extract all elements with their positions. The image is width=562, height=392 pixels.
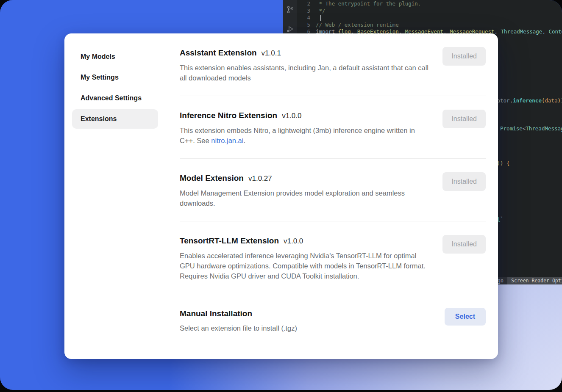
- extension-version: v1.0.27: [248, 174, 272, 182]
- extension-row: Inference Nitro Extensionv1.0.0This exte…: [180, 96, 486, 159]
- sidebar-item-advanced-settings[interactable]: Advanced Settings: [72, 88, 158, 108]
- extension-version: v1.0.1: [262, 49, 281, 57]
- extension-title: Assistant Extensionv1.0.1: [180, 47, 431, 59]
- code-fragment: rator.inference(data));: [494, 97, 562, 104]
- extension-info: Assistant Extensionv1.0.1This extension …: [180, 47, 431, 83]
- code-token: ThreadMessage: [501, 28, 543, 36]
- extension-info: Model Extensionv1.0.27Model Management E…: [180, 172, 431, 208]
- code-fragment: Promise<ThreadMessage>: [494, 125, 562, 132]
- code-token: `: [500, 216, 504, 222]
- code-line: 2 * The entrypoint for the plugin.: [297, 0, 562, 8]
- code-token: ContentType: [548, 28, 562, 36]
- extension-name: Manual Installation: [180, 309, 252, 318]
- line-number: 5: [297, 22, 316, 29]
- extension-name: Model Extension: [180, 174, 244, 182]
- sidebar-item-extensions[interactable]: Extensions: [72, 109, 158, 129]
- extension-row: TensortRT-LLM Extensionv1.0.0Enables acc…: [180, 221, 486, 294]
- extension-name: Inference Nitro Extension: [180, 111, 277, 120]
- status-bar-left-text: go: [498, 277, 504, 284]
- line-number: 3: [297, 8, 316, 15]
- installed-button[interactable]: Installed: [442, 110, 486, 128]
- code-token: */: [316, 8, 326, 15]
- text-cursor: [320, 15, 321, 21]
- extension-row: Assistant Extensionv1.0.1This extension …: [180, 33, 486, 96]
- extension-description: This extension embeds Nitro, a lightweig…: [180, 125, 431, 146]
- extension-title: Manual Installation: [180, 308, 297, 319]
- code-token: inference: [513, 97, 542, 104]
- extension-title: TensortRT-LLM Extensionv1.0.0: [180, 235, 431, 247]
- installed-button[interactable]: Installed: [442, 172, 486, 191]
- extension-description: Select an extension file to install (.tg…: [180, 323, 297, 333]
- extension-link[interactable]: nitro.jan.ai: [211, 137, 243, 144]
- code-line: 4: [297, 14, 562, 22]
- source-control-icon[interactable]: [286, 5, 295, 15]
- code-token: ,: [495, 28, 501, 36]
- extension-info: TensortRT-LLM Extensionv1.0.0Enables acc…: [180, 235, 431, 281]
- code-token: )): [558, 97, 562, 104]
- extension-row: Manual InstallationSelect an extension f…: [180, 294, 486, 346]
- code-token: ,: [542, 28, 548, 36]
- extension-name: Assistant Extension: [180, 48, 257, 57]
- screen-reader-status-item[interactable]: Screen Reader Optimized: [507, 277, 562, 284]
- installed-button[interactable]: Installed: [442, 47, 486, 66]
- code-token: data: [545, 97, 557, 104]
- code-lines: 2 * The entrypoint for the plugin.3 */45…: [297, 0, 562, 36]
- sidebar-item-label: Extensions: [81, 115, 117, 123]
- extension-title: Model Extensionv1.0.27: [180, 172, 431, 184]
- installed-button[interactable]: Installed: [442, 235, 486, 254]
- select-file-button[interactable]: Select: [445, 308, 486, 326]
- extension-title: Inference Nitro Extensionv1.0.0: [180, 110, 431, 121]
- extension-description: Enables accelerated inference leveraging…: [180, 251, 431, 281]
- settings-modal: My ModelsMy SettingsAdvanced SettingsExt…: [64, 33, 498, 359]
- extension-name: TensortRT-LLM Extension: [180, 236, 279, 245]
- sidebar-item-my-settings[interactable]: My Settings: [72, 68, 158, 87]
- app-window: 2 * The entrypoint for the plugin.3 */45…: [0, 0, 562, 390]
- sidebar-item-label: Advanced Settings: [81, 94, 142, 102]
- code-token: ThreadMessage: [526, 125, 562, 132]
- extension-description: This extension enables assistants, inclu…: [180, 63, 431, 83]
- line-number: 4: [297, 14, 316, 22]
- code-token: * The entrypoint for the plugin.: [316, 0, 421, 8]
- extension-info: Manual InstallationSelect an extension f…: [180, 308, 297, 333]
- sidebar-item-label: My Settings: [81, 74, 119, 81]
- code-line: 5// Web / extension runtime: [297, 22, 562, 29]
- code-token: // Web / extension runtime: [316, 22, 399, 29]
- extension-row: Model Extensionv1.0.27Model Management E…: [180, 159, 486, 221]
- code-line: 3 */: [297, 8, 562, 15]
- line-number: 2: [297, 0, 316, 8]
- extension-version: v1.0.0: [284, 237, 303, 245]
- code-token: Promise: [494, 125, 523, 132]
- extensions-list: Assistant Extensionv1.0.1This extension …: [166, 33, 498, 359]
- sidebar-item-label: My Models: [81, 53, 115, 61]
- settings-sidebar: My ModelsMy SettingsAdvanced SettingsExt…: [64, 33, 166, 359]
- sidebar-item-my-models[interactable]: My Models: [72, 47, 158, 66]
- extension-description: Model Management Extension provides mode…: [180, 188, 431, 208]
- extension-info: Inference Nitro Extensionv1.0.0This exte…: [180, 110, 431, 146]
- extension-version: v1.0.0: [282, 112, 301, 120]
